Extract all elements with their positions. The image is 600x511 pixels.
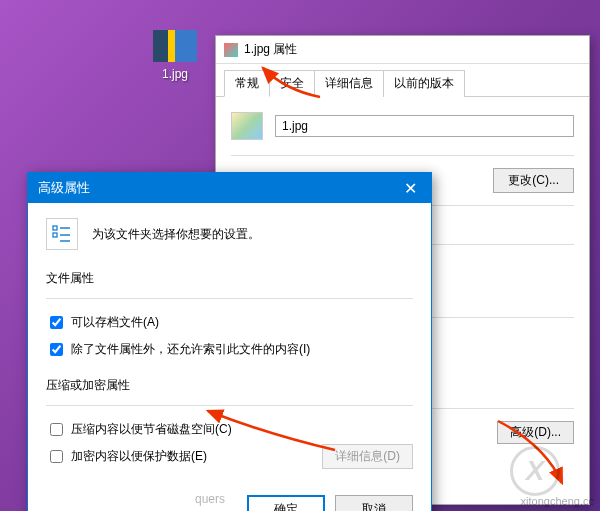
- change-button[interactable]: 更改(C)...: [493, 168, 574, 193]
- advanced-header-text: 为该文件夹选择你想要的设置。: [92, 226, 260, 243]
- checkbox-archive[interactable]: 可以存档文件(A): [46, 309, 413, 336]
- properties-titlebar[interactable]: 1.jpg 属性: [216, 36, 589, 64]
- tab-security[interactable]: 安全: [269, 70, 315, 97]
- svg-rect-0: [53, 226, 57, 230]
- group-compress-encrypt: 压缩或加密属性: [46, 377, 413, 395]
- compress-label: 压缩内容以便节省磁盘空间(C): [71, 421, 232, 438]
- cancel-button[interactable]: 取消: [335, 495, 413, 511]
- advanced-titlebar[interactable]: 高级属性 ✕: [28, 173, 431, 203]
- advanced-button[interactable]: 高级(D)...: [497, 421, 574, 444]
- watermark-text: xitongcheng.cc: [521, 495, 594, 507]
- watermark-quers: quers: [195, 492, 225, 506]
- checkbox-compress[interactable]: 压缩内容以便节省磁盘空间(C): [46, 416, 413, 443]
- tab-details[interactable]: 详细信息: [314, 70, 384, 97]
- desktop-file-icon[interactable]: 1.jpg: [135, 30, 215, 81]
- index-label: 除了文件属性外，还允许索引此文件的内容(I): [71, 341, 310, 358]
- compress-checkbox[interactable]: [50, 423, 63, 436]
- advanced-attributes-dialog: 高级属性 ✕ 为该文件夹选择你想要的设置。 文件属性 可以存档文件(A): [27, 172, 432, 511]
- advanced-title: 高级属性: [38, 179, 90, 197]
- archive-checkbox[interactable]: [50, 316, 63, 329]
- ok-button[interactable]: 确定: [247, 495, 325, 511]
- file-thumbnail-icon: [153, 30, 197, 62]
- file-type-icon: [231, 112, 263, 140]
- tabs-bar: 常规 安全 详细信息 以前的版本: [216, 64, 589, 97]
- close-icon[interactable]: ✕: [400, 179, 421, 198]
- file-label: 1.jpg: [135, 67, 215, 81]
- checkbox-encrypt[interactable]: 加密内容以便保护数据(E): [46, 443, 211, 470]
- archive-label: 可以存档文件(A): [71, 314, 159, 331]
- encrypt-label: 加密内容以便保护数据(E): [71, 448, 207, 465]
- group-file-attrs: 文件属性: [46, 270, 413, 288]
- tab-general[interactable]: 常规: [224, 70, 270, 97]
- index-checkbox[interactable]: [50, 343, 63, 356]
- window-icon: [224, 43, 238, 57]
- details-button: 详细信息(D): [322, 444, 413, 469]
- watermark-logo: X: [510, 446, 560, 496]
- encrypt-checkbox[interactable]: [50, 450, 63, 463]
- svg-rect-2: [53, 233, 57, 237]
- window-title: 1.jpg 属性: [244, 41, 297, 58]
- checkbox-index[interactable]: 除了文件属性外，还允许索引此文件的内容(I): [46, 336, 413, 363]
- settings-list-icon: [46, 218, 78, 250]
- tab-previous[interactable]: 以前的版本: [383, 70, 465, 97]
- filename-input[interactable]: [275, 115, 574, 137]
